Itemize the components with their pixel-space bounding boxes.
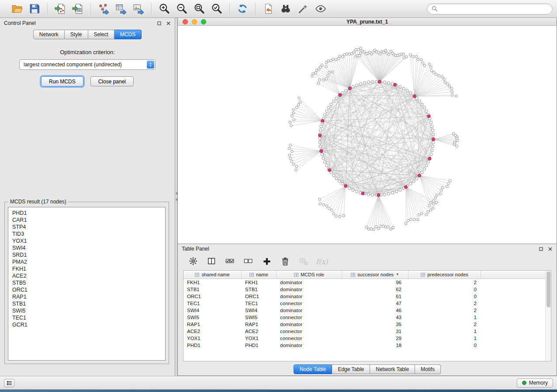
table-cell: SWI5 [242, 315, 277, 320]
zoom-out-button[interactable] [175, 2, 189, 16]
annotation-wand-button[interactable] [296, 2, 310, 16]
mcds-result-item[interactable]: STB5 [8, 279, 165, 286]
splitter-collapse-icon[interactable] [175, 192, 177, 201]
close-control-panel-button[interactable] [166, 21, 171, 26]
mcds-result-item[interactable]: RAP1 [8, 293, 165, 300]
table-row[interactable]: STB1STB1dominator620 [183, 286, 545, 293]
zoom-fit-content-button[interactable] [192, 2, 206, 16]
import-network-from-file-button[interactable] [53, 2, 67, 16]
tab-network-table[interactable]: Network Table [370, 364, 415, 374]
table-row[interactable]: PHD1PHD1dominator180 [183, 342, 545, 349]
refresh-view-button[interactable] [235, 2, 249, 16]
column-header-predecessor-nodes[interactable]: predecessor nodes [408, 271, 481, 279]
network-graph [178, 26, 557, 244]
export-network-button[interactable] [97, 2, 111, 16]
mcds-result-item[interactable]: GCR1 [8, 321, 165, 328]
tab-mcds[interactable]: MCDS [114, 30, 142, 39]
memory-button[interactable]: Memory [517, 378, 553, 388]
network-canvas[interactable] [178, 26, 557, 244]
window-maximize-button[interactable] [201, 19, 206, 24]
table-cell: dominator [277, 294, 342, 299]
document-share-icon [263, 3, 274, 14]
table-row[interactable]: ORC1ORC1dominator610 [183, 293, 545, 300]
table-cell: 47 [342, 301, 408, 306]
optimization-criterion-select[interactable]: largest connected component (undirected)… [19, 59, 156, 70]
close-table-panel-button[interactable] [547, 246, 553, 251]
mcds-result-item[interactable]: SWI5 [8, 307, 165, 314]
mcds-result-item[interactable]: SWI4 [8, 244, 165, 251]
mcds-result-item[interactable]: TID3 [8, 230, 165, 237]
table-cell: connector [277, 315, 342, 320]
search-box[interactable] [427, 3, 553, 14]
tab-motifs[interactable]: Motifs [415, 364, 441, 374]
zoom-in-icon [159, 3, 170, 14]
close-mcds-panel-button[interactable]: Close panel [90, 76, 134, 86]
table-cell: 1 [408, 329, 481, 334]
table-row[interactable]: TEC1TEC1connector472 [183, 300, 545, 307]
column-header-successor-nodes[interactable]: successor nodes▼ [342, 271, 408, 279]
image-export-icon [133, 3, 144, 14]
float-control-panel-button[interactable] [156, 21, 162, 26]
export-table-button[interactable] [114, 2, 128, 16]
save-session-button[interactable] [28, 2, 42, 16]
table-row[interactable]: FKH1FKH1dominator962 [183, 279, 545, 286]
table-settings-button[interactable] [187, 255, 200, 268]
open-file-button[interactable] [10, 2, 24, 16]
mcds-result-item[interactable]: FKH1 [8, 265, 165, 272]
show-hide-button[interactable] [314, 2, 328, 16]
table-scrollbar[interactable] [545, 271, 551, 361]
import-table-from-file-button[interactable] [71, 2, 85, 16]
search-objects-button[interactable] [279, 2, 293, 16]
mcds-button-row: Run MCDS Close panel [0, 76, 175, 86]
tab-select[interactable]: Select [88, 30, 114, 39]
float-table-panel-button[interactable] [538, 246, 543, 251]
mcds-result-item[interactable]: YOX1 [8, 237, 165, 244]
mcds-result-item[interactable]: PMA2 [8, 258, 165, 265]
mcds-result-item[interactable]: CAR1 [8, 217, 165, 224]
mcds-result-item[interactable]: PHD1 [8, 210, 165, 217]
window-minimize-button[interactable] [192, 19, 197, 24]
copy-network-button[interactable] [261, 2, 275, 16]
mcds-result-item[interactable]: STB1 [8, 300, 165, 307]
table-row[interactable]: SWI5SWI5connector431 [183, 314, 545, 321]
table-row[interactable]: ACE2ACE2connector311 [183, 328, 545, 335]
delete-column-button[interactable] [279, 255, 291, 268]
table-cell: connector [277, 329, 342, 334]
search-input[interactable] [440, 6, 548, 12]
mcds-result-item[interactable]: STP4 [8, 224, 165, 230]
column-header-mcds-role[interactable]: MCDS role [277, 271, 342, 279]
zoom-selected-button[interactable] [210, 2, 224, 16]
column-header-name[interactable]: name [242, 271, 277, 279]
table-row[interactable]: SWI4SWI4dominator462 [183, 307, 545, 314]
network-view-window: YPA_prune.txt_1 [177, 18, 557, 244]
table-row[interactable]: RAP1RAP1dominator352 [183, 321, 545, 328]
tab-edge-table[interactable]: Edge Table [332, 364, 370, 374]
column-header-shared-name[interactable]: shared name [183, 271, 242, 279]
panel-menu-button[interactable] [4, 379, 14, 387]
mcds-result-item[interactable]: SRD1 [8, 251, 165, 258]
mcds-result-item[interactable]: ORC1 [8, 286, 165, 293]
tab-network[interactable]: Network [33, 30, 65, 39]
main-toolbar [0, 0, 557, 18]
zoom-selected-icon [211, 3, 222, 14]
mcds-result-item[interactable]: ACE2 [8, 272, 165, 279]
scrollbar-thumb[interactable] [547, 272, 550, 307]
export-image-button[interactable] [131, 2, 145, 16]
zoom-in-button[interactable] [157, 2, 171, 16]
add-column-button[interactable] [261, 255, 273, 268]
table-row[interactable]: YOX1YOX1connector291 [183, 335, 545, 342]
deselect-all-rows-button[interactable] [242, 255, 255, 268]
panel-splitter[interactable] [175, 18, 177, 376]
column-visibility-button[interactable] [206, 255, 218, 268]
table-cell: SWI4 [183, 308, 242, 313]
table-cell: FKH1 [242, 280, 277, 285]
tab-style[interactable]: Style [65, 30, 88, 39]
run-mcds-button[interactable]: Run MCDS [41, 76, 83, 86]
column-header-filler [481, 271, 545, 279]
select-all-rows-button[interactable] [224, 255, 236, 268]
window-close-button[interactable] [183, 19, 188, 24]
table-cell: SWI4 [242, 308, 277, 313]
mcds-result-list[interactable]: PHD1CAR1STP4TID3YOX1SWI4SRD1PMA2FKH1ACE2… [8, 207, 166, 361]
mcds-result-item[interactable]: TEC1 [8, 314, 165, 321]
tab-node-table[interactable]: Node Table [294, 364, 332, 374]
